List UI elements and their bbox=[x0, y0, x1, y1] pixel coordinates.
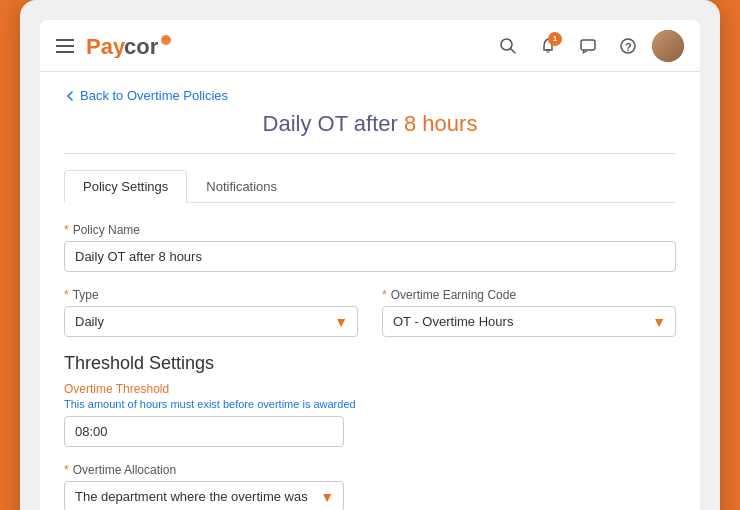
svg-text:Pay: Pay bbox=[86, 34, 126, 58]
chat-icon bbox=[579, 37, 597, 55]
threshold-section: Threshold Settings Overtime Threshold Th… bbox=[64, 353, 676, 510]
ot-earning-label: * Overtime Earning Code bbox=[382, 288, 676, 302]
back-link-label: Back to Overtime Policies bbox=[80, 88, 228, 103]
avatar-image bbox=[652, 30, 684, 62]
type-select-wrapper: Daily Weekly Bi-Weekly ▼ bbox=[64, 306, 358, 337]
device-frame: Pay cor bbox=[20, 0, 720, 510]
search-icon-button[interactable] bbox=[492, 30, 524, 62]
type-label: * Type bbox=[64, 288, 358, 302]
back-arrow-icon bbox=[64, 90, 76, 102]
notifications-icon-button[interactable]: 1 bbox=[532, 30, 564, 62]
main-content: Back to Overtime Policies Daily OT after… bbox=[40, 72, 700, 510]
ot-earning-select-wrapper: OT - Overtime Hours DT - Double Time ▼ bbox=[382, 306, 676, 337]
svg-point-2 bbox=[161, 35, 171, 45]
overtime-threshold-group: Overtime Threshold This amount of hours … bbox=[64, 382, 676, 447]
tabs-container: Policy Settings Notifications bbox=[64, 170, 676, 203]
navbar: Pay cor bbox=[40, 20, 700, 72]
logo-svg: Pay cor bbox=[86, 34, 176, 58]
notifications-badge: 1 bbox=[548, 32, 562, 46]
svg-text:?: ? bbox=[625, 40, 632, 52]
tab-notifications[interactable]: Notifications bbox=[187, 170, 296, 202]
overtime-threshold-input[interactable] bbox=[64, 416, 344, 447]
title-divider bbox=[64, 153, 676, 154]
user-avatar[interactable] bbox=[652, 30, 684, 62]
type-required-star: * bbox=[64, 288, 69, 302]
hamburger-menu-icon[interactable] bbox=[56, 39, 74, 53]
overtime-allocation-select-wrapper: The department where the overtime was wo… bbox=[64, 481, 344, 510]
overtime-allocation-label-text: Overtime Allocation bbox=[73, 463, 176, 477]
type-group: * Type Daily Weekly Bi-Weekly ▼ bbox=[64, 288, 358, 337]
search-icon bbox=[499, 37, 517, 55]
help-icon: ? bbox=[619, 37, 637, 55]
ot-earning-select[interactable]: OT - Overtime Hours DT - Double Time bbox=[382, 306, 676, 337]
overtime-allocation-label: * Overtime Allocation bbox=[64, 463, 676, 477]
overtime-threshold-label: Overtime Threshold bbox=[64, 382, 676, 396]
overtime-allocation-group: * Overtime Allocation The department whe… bbox=[64, 463, 676, 510]
policy-name-input[interactable] bbox=[64, 241, 676, 272]
type-earning-row: * Type Daily Weekly Bi-Weekly ▼ * bbox=[64, 288, 676, 353]
tab-policy-settings-label: Policy Settings bbox=[83, 179, 168, 194]
app-container: Pay cor bbox=[40, 20, 700, 510]
tab-policy-settings[interactable]: Policy Settings bbox=[64, 170, 187, 203]
svg-line-4 bbox=[511, 48, 516, 53]
nav-right: 1 ? bbox=[492, 30, 684, 62]
policy-name-label: * Policy Name bbox=[64, 223, 676, 237]
nav-left: Pay cor bbox=[56, 34, 176, 58]
logo: Pay cor bbox=[86, 34, 176, 58]
overtime-allocation-required-star: * bbox=[64, 463, 69, 477]
ot-earning-required-star: * bbox=[382, 288, 387, 302]
page-title-daily: Daily OT after bbox=[263, 111, 404, 136]
back-link[interactable]: Back to Overtime Policies bbox=[64, 88, 676, 103]
threshold-section-title: Threshold Settings bbox=[64, 353, 676, 374]
svg-text:cor: cor bbox=[124, 34, 159, 58]
type-select[interactable]: Daily Weekly Bi-Weekly bbox=[64, 306, 358, 337]
policy-name-label-text: Policy Name bbox=[73, 223, 140, 237]
messages-icon-button[interactable] bbox=[572, 30, 604, 62]
policy-name-group: * Policy Name bbox=[64, 223, 676, 272]
policy-name-required-star: * bbox=[64, 223, 69, 237]
page-title-hours: 8 hours bbox=[404, 111, 477, 136]
svg-rect-6 bbox=[581, 40, 595, 50]
ot-earning-label-text: Overtime Earning Code bbox=[391, 288, 516, 302]
tab-notifications-label: Notifications bbox=[206, 179, 277, 194]
ot-earning-group: * Overtime Earning Code OT - Overtime Ho… bbox=[382, 288, 676, 337]
type-label-text: Type bbox=[73, 288, 99, 302]
page-title: Daily OT after 8 hours bbox=[64, 111, 676, 137]
overtime-allocation-select[interactable]: The department where the overtime was wo… bbox=[64, 481, 344, 510]
help-icon-button[interactable]: ? bbox=[612, 30, 644, 62]
overtime-threshold-hint: This amount of hours must exist before o… bbox=[64, 398, 676, 410]
